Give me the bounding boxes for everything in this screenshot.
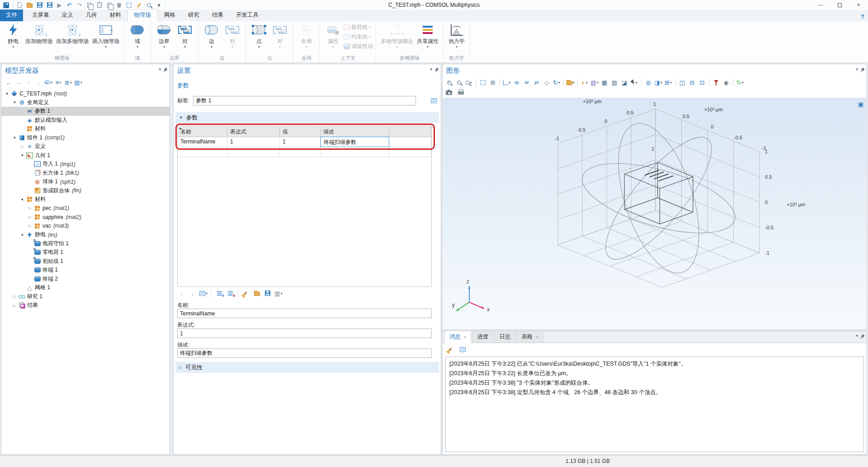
column-header-value[interactable]: 值 (280, 126, 321, 137)
isometric-view-button[interactable]: ◇ (542, 78, 551, 87)
zoom-in-button[interactable]: + (444, 78, 453, 87)
tree-item-材料[interactable]: 材料 (1, 124, 170, 133)
tree-item-形成联合体[interactable]: 形成联合体(fin) (1, 186, 170, 195)
column-header-description[interactable]: 描述 (321, 126, 389, 137)
save-file-button[interactable] (263, 289, 272, 298)
ribbon-button-域[interactable]: 域▾ (127, 22, 148, 49)
ribbon-button-对[interactable]: 对▾ (175, 22, 195, 49)
expression-input[interactable] (177, 329, 432, 338)
tree-item-研究 1[interactable]: ▷研究 1 (1, 292, 170, 301)
expand-all-button[interactable]: ≣▾ (64, 78, 73, 87)
messages-tab-进度[interactable]: 进度 (472, 331, 493, 343)
tree-item-终端 2[interactable]: 终端 2 (1, 275, 170, 284)
parameter-expression-cell[interactable]: 1 (227, 137, 280, 147)
save-button[interactable] (35, 1, 44, 9)
ribbon-button-点[interactable]: 点▾ (249, 22, 269, 49)
transparency-button[interactable]: ◍ (644, 78, 653, 87)
ribbon-button-添加多物理场[interactable]: ↓添加多物理场 (54, 22, 90, 46)
ribbon-button-全局[interactable]: 全局▾ (296, 22, 317, 49)
label-options-button[interactable] (429, 96, 438, 105)
close-button[interactable]: × (849, 0, 868, 10)
parameters-section-header[interactable]: ▼ 参数 (175, 112, 439, 123)
table-pick-button[interactable]: ▾ (199, 289, 208, 298)
parameters-table[interactable]: ▸▸ 名称 表达式 值 描述 TerminalName 1 1 终端扫描参数 (177, 126, 432, 287)
expanded-icon[interactable]: ▾ (3, 90, 10, 97)
tree-item-球体 1[interactable]: ⊕球体 1(sph1) (1, 177, 170, 186)
collapsed-icon[interactable]: ▷ (27, 206, 33, 210)
panel-menu-icon[interactable]: ▾ (856, 67, 858, 71)
tree-item-sapphire[interactable]: ▷sapphire(mat2) (1, 213, 170, 222)
tab-材料[interactable]: 材料 (104, 10, 127, 21)
open-button[interactable] (25, 1, 34, 9)
ribbon-button-插入物理场[interactable]: 插入物理场▾ (90, 22, 121, 49)
rebuild-button[interactable]: ↻▾ (736, 78, 745, 87)
ribbon-button-载荷组[interactable]: 载荷组▾ (344, 24, 373, 31)
collapsed-icon[interactable]: ▷ (27, 224, 33, 228)
split-horizontal-button[interactable]: ◫ (678, 78, 687, 87)
move-up-button[interactable]: ↑ (24, 78, 33, 87)
new-button[interactable] (15, 1, 24, 9)
tree-item-pec[interactable]: ▷pec(mat1) (1, 204, 170, 213)
tab-结果[interactable]: 结果 (206, 10, 230, 21)
add-row-button[interactable] (215, 289, 224, 298)
go-to-xz-view-button[interactable]: xz (522, 78, 531, 87)
tree-item-零电荷 1[interactable]: 零电荷 1 (1, 248, 170, 257)
expanded-icon[interactable]: ▾ (19, 152, 26, 159)
undo-button[interactable]: ↶ (65, 1, 74, 9)
tree-item-定义[interactable]: ▷≡定义 (1, 142, 170, 151)
ribbon-button-静电[interactable]: 静电▾ (3, 22, 24, 49)
marker-button[interactable] (135, 1, 143, 9)
tab-开发工具[interactable]: 开发工具 (230, 10, 265, 21)
tab-研究[interactable]: 研究 (182, 10, 206, 21)
parameter-value-cell[interactable]: 1 (280, 137, 321, 147)
go-back-button[interactable]: ← (4, 78, 13, 87)
collapsed-icon[interactable]: ▷ (19, 144, 25, 149)
tree-item-材料[interactable]: ▾材料 (1, 195, 170, 204)
find-button[interactable] (145, 1, 153, 9)
parameter-row[interactable]: TerminalName 1 1 终端扫描参数 (178, 137, 431, 147)
help-button[interactable]: ? (861, 13, 864, 20)
ribbon-button-属性[interactable]: 属性▾ (323, 22, 344, 49)
settings-breadcrumb[interactable]: 参数 (177, 81, 189, 90)
delete-button[interactable] (115, 1, 123, 9)
panel-menu-icon[interactable]: ▾ (430, 67, 432, 71)
tree-item-静电[interactable]: ▾静电(es) (1, 230, 170, 239)
ribbon-button-多物理场耦合[interactable]: 多物理场耦合▾ (379, 22, 415, 49)
tree-item-vac[interactable]: ▷vac(mat3) (1, 222, 170, 231)
merge-windows-button[interactable]: ⊡ (698, 78, 707, 87)
panel-splitter[interactable] (170, 64, 173, 455)
color-theme-button[interactable]: ▧▾ (590, 78, 599, 87)
ribbon-button-添加物理场[interactable]: ↓添加物理场 (24, 22, 54, 46)
copy-to-table-button[interactable] (458, 345, 467, 354)
hide-selected-button[interactable]: ▨ (610, 78, 619, 87)
tab-几何[interactable]: 几何 (80, 10, 104, 21)
clear-log-button[interactable] (446, 345, 455, 354)
tree-item-电荷守恒 1[interactable]: 电荷守恒 1 (1, 239, 170, 248)
parameter-name-cell[interactable]: TerminalName (178, 137, 227, 147)
name-input[interactable] (177, 309, 432, 318)
description-input[interactable] (177, 348, 432, 358)
paste-button[interactable] (95, 1, 104, 9)
messages-tab-表格[interactable]: 表格× (516, 331, 543, 343)
image-snapshot-button[interactable] (444, 88, 453, 97)
expanded-icon[interactable]: ▾ (19, 231, 26, 238)
collapse-all-button[interactable]: ≡▾ (54, 78, 63, 87)
go-to-xy-view-button[interactable]: xy (512, 78, 521, 87)
wireframe-rendering-button[interactable]: ▦ (600, 78, 609, 87)
scene-folder-button[interactable]: ▾ (566, 78, 575, 87)
split-vertical-button[interactable]: ⊟ (688, 78, 697, 87)
ribbon-button-对[interactable]: 对▾ (222, 22, 243, 49)
tab-网格[interactable]: 网格 (158, 10, 182, 21)
move-down-button[interactable]: ↓ (34, 78, 43, 87)
selection-filter-button[interactable] (712, 78, 721, 87)
label-input[interactable] (193, 96, 416, 105)
maximize-button[interactable] (830, 0, 849, 10)
go-to-default-3d-view-button[interactable]: ▾ (502, 78, 511, 87)
go-to-yz-view-button[interactable]: yz (532, 78, 541, 87)
graphics-canvas-3d-view[interactable]: 10.50-0.5-10.50-0.5-110.50-0.5-11×10³ μm… (443, 98, 866, 329)
tab-定义[interactable]: 定义 (56, 10, 80, 21)
zoom-extents-button[interactable] (478, 78, 487, 87)
tree-item-C_TEST.mph[interactable]: ▾C_TEST.mph(root) (1, 89, 170, 98)
column-header-expression[interactable]: 表达式 (227, 126, 280, 137)
tree-item-全局定义[interactable]: ▾⊕全局定义 (1, 98, 170, 107)
